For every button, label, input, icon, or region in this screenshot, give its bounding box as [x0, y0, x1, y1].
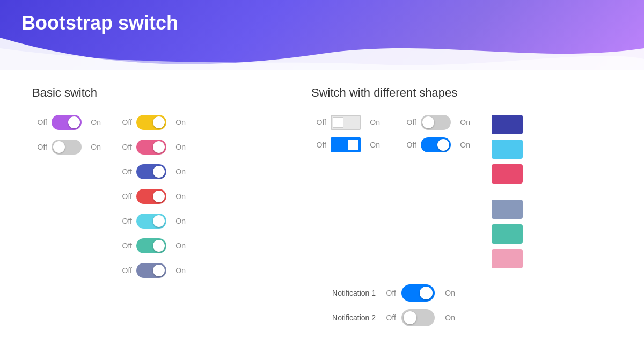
basic-switches-container: Off On Off On — [32, 115, 290, 283]
off-label-pink: Off — [117, 143, 132, 151]
toggle-gray[interactable] — [52, 140, 82, 155]
off-label-slate: Off — [117, 266, 132, 275]
off-label-red: Off — [117, 192, 132, 201]
off-label-gray: Off — [32, 143, 47, 151]
on-label-square-blue: On — [365, 141, 380, 149]
toggle-knob — [153, 265, 165, 276]
notification-row-2: Notification 2 Off On — [322, 309, 612, 326]
on-label-round-gray: On — [455, 118, 470, 127]
samples-col — [492, 115, 523, 268]
on-label-slate: On — [171, 266, 186, 275]
off-label-purple: Off — [32, 118, 47, 127]
switch-row-red: Off On — [117, 189, 186, 204]
toggle-knob — [153, 215, 165, 227]
switch-row-gray: Off On — [32, 140, 101, 155]
toggle-round-blue[interactable] — [421, 137, 451, 152]
toggle-knob — [404, 311, 416, 324]
toggle-red[interactable] — [136, 189, 166, 204]
main-content: Basic switch Off On Off — [0, 70, 644, 337]
shapes-right-col: Off On Off On — [401, 115, 470, 268]
toggle-pink[interactable] — [136, 140, 166, 155]
toggle-knob — [53, 141, 65, 153]
toggle-yellow[interactable] — [136, 115, 166, 130]
shapes-switch-section: Switch with different shapes Off On Off — [311, 86, 612, 334]
sample-pink-red — [492, 164, 523, 184]
switch-row-blue-dark: Off On — [117, 164, 186, 179]
off-label-cyan: Off — [117, 217, 132, 225]
toggle-knob — [333, 117, 343, 128]
on-label-gray: On — [86, 143, 101, 151]
notification-section: Notification 1 Off On Notification 2 Off… — [322, 284, 612, 326]
on-label-notif1: On — [440, 289, 455, 297]
toggle-knob — [153, 191, 165, 202]
on-label-purple: On — [86, 118, 101, 127]
off-label-square-gray: Off — [311, 118, 326, 127]
on-label-teal: On — [171, 241, 186, 250]
switch-row-slate: Off On — [117, 263, 186, 278]
switch-row-round-blue: Off On — [401, 137, 470, 152]
toggle-knob — [153, 240, 165, 252]
toggle-knob — [153, 116, 165, 128]
notification-1-label: Notification 1 — [322, 289, 376, 297]
toggle-knob — [422, 116, 434, 128]
toggle-knob — [153, 166, 165, 178]
switch-row-cyan: Off On — [117, 214, 186, 229]
on-label-cyan: On — [171, 217, 186, 225]
basic-switch-title: Basic switch — [32, 86, 290, 100]
on-label-round-blue: On — [455, 141, 470, 149]
toggle-square-gray[interactable] — [331, 115, 361, 130]
notification-row-1: Notification 1 Off On — [322, 284, 612, 302]
off-label-round-gray: Off — [401, 118, 416, 127]
on-label-notif2: On — [440, 313, 455, 322]
toggle-cyan[interactable] — [136, 214, 166, 229]
toggle-purple[interactable] — [52, 115, 82, 130]
toggle-knob — [153, 141, 165, 153]
shapes-left-col: Off On Off On — [311, 115, 380, 268]
header: Bootstrap switch — [0, 0, 644, 70]
switch-col-2: Off On Off On Off — [117, 115, 186, 283]
on-label-yellow: On — [171, 118, 186, 127]
sample-light-pink — [492, 249, 523, 268]
sample-cyan — [492, 140, 523, 159]
off-label-notif2: Off — [381, 313, 396, 322]
switch-col-1: Off On Off On — [32, 115, 101, 283]
toggle-notification-2[interactable] — [401, 309, 435, 326]
switch-row-yellow: Off On — [117, 115, 186, 130]
toggle-round-gray[interactable] — [421, 115, 451, 130]
shapes-switch-title: Switch with different shapes — [311, 86, 612, 100]
page-title: Bootstrap switch — [21, 12, 178, 34]
on-label-blue-dark: On — [171, 167, 186, 176]
toggle-knob — [348, 140, 358, 150]
on-label-square-gray: On — [365, 118, 380, 127]
toggle-square-blue[interactable] — [331, 137, 361, 152]
off-label-round-blue: Off — [401, 141, 416, 149]
toggle-knob — [420, 287, 433, 299]
notification-2-label: Notification 2 — [322, 313, 376, 322]
sample-dark-blue — [492, 115, 523, 134]
toggle-knob — [68, 116, 80, 128]
switch-row-round-gray: Off On — [401, 115, 470, 130]
switch-row-square-blue: Off On — [311, 137, 380, 152]
shapes-main-container: Off On Off On — [311, 115, 612, 268]
off-label-teal: Off — [117, 241, 132, 250]
toggle-blue-dark[interactable] — [136, 164, 166, 179]
toggle-knob — [437, 139, 449, 151]
off-label-notif1: Off — [381, 289, 396, 297]
switch-row-pink: Off On — [117, 140, 186, 155]
toggle-notification-1[interactable] — [401, 284, 435, 302]
on-label-red: On — [171, 192, 186, 201]
toggle-teal[interactable] — [136, 238, 166, 253]
on-label-pink: On — [171, 143, 186, 151]
switch-row-teal: Off On — [117, 238, 186, 253]
switch-row-purple: Off On — [32, 115, 101, 130]
off-label-yellow: Off — [117, 118, 132, 127]
sample-gray — [492, 200, 523, 219]
switch-row-square-gray: Off On — [311, 115, 380, 130]
sample-teal — [492, 224, 523, 244]
off-label-blue-dark: Off — [117, 167, 132, 176]
off-label-square-blue: Off — [311, 141, 326, 149]
basic-switch-section: Basic switch Off On Off — [32, 86, 290, 334]
toggle-slate[interactable] — [136, 263, 166, 278]
